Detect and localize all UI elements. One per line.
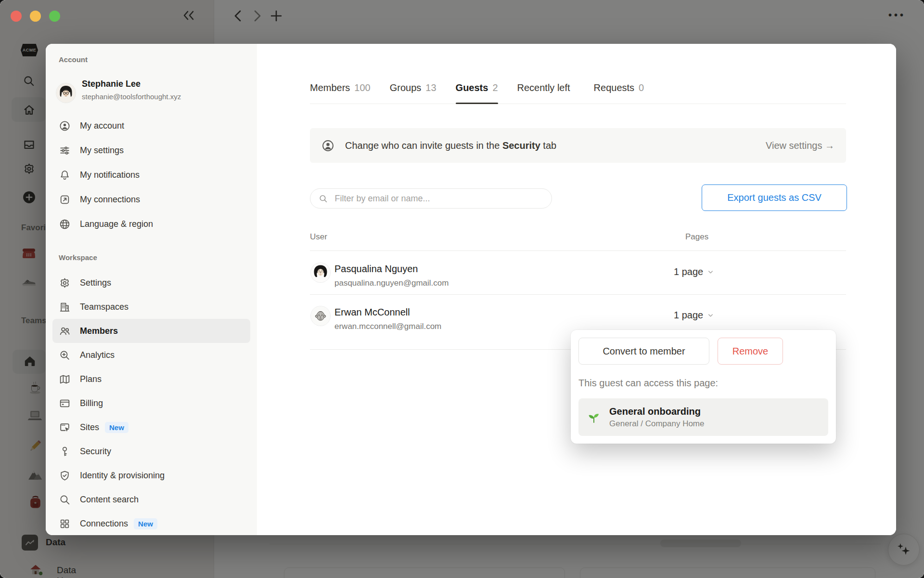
invite-guests-banner: Change who can invite guests in the Secu… (310, 128, 846, 163)
sidebar-item-connections[interactable]: Connections New (52, 512, 250, 535)
sidebar-item-teamspaces[interactable]: Teamspaces (52, 295, 250, 319)
chevron-down-icon (707, 312, 714, 319)
seedling-emoji-icon (587, 410, 601, 424)
table-divider (310, 294, 846, 295)
app-window: ••• ACME Favorites (0, 0, 924, 578)
arrow-out-icon (59, 194, 71, 206)
chevron-down-icon (707, 268, 714, 276)
tab-count: 2 (492, 82, 498, 93)
gear-icon (59, 277, 71, 289)
banner-text-bold: Security (502, 140, 540, 151)
sidebar-item-my-notifications[interactable]: My notifications (52, 163, 250, 187)
pages-count: 1 page (674, 266, 703, 277)
arrow-right-icon: → (825, 140, 834, 151)
settings-sidebar: Account Stephanie Lee stephanie@toolsfor… (46, 44, 257, 535)
sidebar-item-my-account[interactable]: My account (52, 114, 250, 138)
sliders-icon (59, 144, 71, 157)
new-badge: New (134, 518, 157, 529)
sidebar-item-identity-provisioning[interactable]: Identity & provisioning (52, 463, 250, 487)
sidebar-item-content-search[interactable]: Content search (52, 487, 250, 512)
view-settings-label: View settings (766, 140, 822, 151)
zoom-in-icon (59, 349, 71, 361)
export-guests-csv-button[interactable]: Export guests as CSV (702, 184, 847, 211)
guest-actions-popover: Convert to member Remove This guest can … (571, 330, 836, 444)
page-info: General onboarding General / Company Hom… (609, 406, 704, 429)
settings-content: Members100 Groups13 Guests2 Recently lef… (257, 44, 896, 535)
account-user-email: stephanie@toolsforthought.xyz (82, 92, 181, 101)
view-settings-link[interactable]: View settings → (766, 140, 834, 151)
filter-input[interactable] (334, 193, 548, 204)
tab-count: 13 (425, 82, 436, 93)
pages-dropdown[interactable]: 1 page (674, 266, 714, 277)
minimize-window-button[interactable] (30, 11, 41, 22)
sidebar-item-label: Billing (80, 398, 103, 408)
person-circle-icon (321, 139, 334, 152)
sidebar-item-sites[interactable]: Sites New (52, 415, 250, 439)
tab-count: 100 (354, 82, 370, 93)
sidebar-item-label: Teamspaces (80, 302, 128, 312)
people-icon (59, 325, 71, 337)
map-icon (59, 373, 71, 385)
sidebar-item-label: Members (80, 326, 118, 336)
close-window-button[interactable] (11, 11, 22, 22)
tab-label: Groups (390, 82, 422, 93)
remove-guest-button[interactable]: Remove (718, 338, 783, 365)
guest-email: pasqualina.nguyen@gmail.com (334, 278, 449, 288)
sidebar-item-analytics[interactable]: Analytics (52, 343, 250, 367)
sidebar-item-label: My connections (80, 195, 140, 205)
avatar (56, 83, 76, 103)
sidebar-item-plans[interactable]: Plans (52, 367, 250, 391)
pages-dropdown[interactable]: 1 page (674, 310, 714, 321)
sidebar-item-label: Language & region (80, 219, 153, 229)
sidebar-item-my-connections[interactable]: My connections (52, 187, 250, 211)
filter-input-wrap (310, 188, 552, 209)
avatar (311, 306, 330, 326)
sidebar-item-language-region[interactable]: Language & region (52, 212, 250, 236)
browser-icon (59, 421, 71, 434)
account-section-header: Account (59, 55, 88, 64)
tab-guests[interactable]: Guests2 (456, 44, 498, 104)
sidebar-item-label: My settings (80, 145, 124, 156)
new-badge: New (105, 422, 128, 433)
sidebar-item-label: Analytics (80, 350, 115, 360)
sidebar-item-billing[interactable]: Billing (52, 391, 250, 415)
sidebar-item-label: Sites (80, 422, 99, 433)
sidebar-item-label: My notifications (80, 170, 140, 180)
settings-modal: Account Stephanie Lee stephanie@toolsfor… (46, 44, 896, 535)
convert-to-member-button[interactable]: Convert to member (578, 338, 709, 365)
popover-buttons: Convert to member Remove (578, 338, 828, 365)
sidebar-item-label: My account (80, 121, 124, 131)
search-icon (319, 194, 328, 204)
sidebar-item-members[interactable]: Members (52, 319, 250, 343)
page-breadcrumb: General / Company Home (609, 419, 704, 429)
guest-name: Erwan McConnell (334, 307, 410, 318)
sidebar-item-my-settings[interactable]: My settings (52, 138, 250, 162)
zoom-window-button[interactable] (49, 11, 60, 22)
popover-description: This guest can access this page: (578, 378, 828, 389)
sidebar-item-label: Content search (80, 495, 139, 505)
building-icon (59, 301, 71, 313)
column-header-user: User (310, 232, 327, 242)
tab-requests[interactable]: Requests0 (594, 44, 644, 104)
sidebar-item-settings[interactable]: Settings (52, 271, 250, 295)
tab-groups[interactable]: Groups13 (390, 44, 436, 104)
tab-recently-left[interactable]: Recently left (517, 44, 575, 104)
search-icon (59, 494, 71, 506)
sidebar-item-label: Connections (80, 519, 128, 529)
guest-email: erwan.mcconnell@gmail.com (334, 322, 441, 331)
members-tabs: Members100 Groups13 Guests2 Recently lef… (310, 44, 846, 104)
banner-text-prefix: Change who can invite guests in the (345, 140, 502, 151)
page-title: General onboarding (609, 406, 704, 417)
tab-label: Recently left (517, 82, 570, 93)
sidebar-item-security[interactable]: Security (52, 439, 250, 463)
tab-label: Requests (594, 82, 635, 93)
key-icon (59, 446, 71, 458)
tab-members[interactable]: Members100 (310, 44, 371, 104)
workspace-section-header: Workspace (59, 253, 97, 262)
pages-count: 1 page (674, 310, 703, 321)
bell-icon (59, 169, 71, 181)
globe-icon (59, 218, 71, 230)
tab-label: Guests (456, 82, 488, 93)
avatar (311, 263, 330, 282)
accessible-page-item[interactable]: General onboarding General / Company Hom… (578, 398, 828, 436)
